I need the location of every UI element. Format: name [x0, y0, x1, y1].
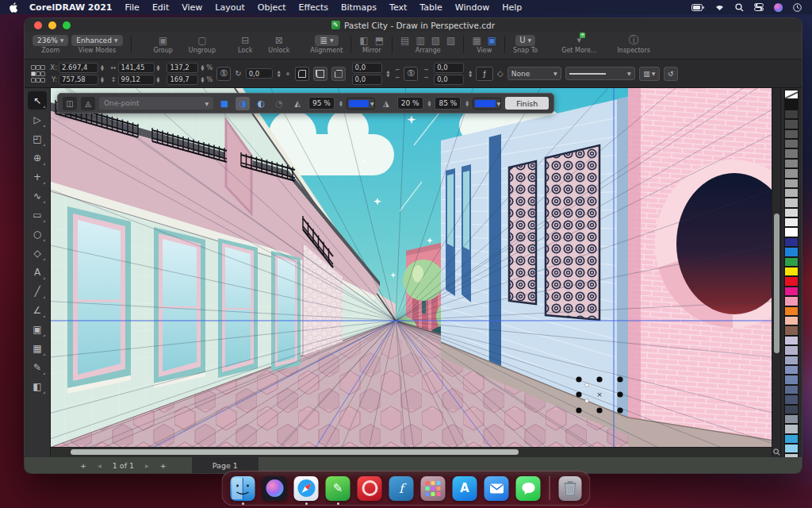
- eyedropper-tool[interactable]: ✎: [28, 358, 47, 376]
- plane-top-toggle[interactable]: ■: [217, 97, 232, 110]
- corner-radius-bottom2-field[interactable]: 0,0: [434, 75, 464, 85]
- menu-layout[interactable]: Layout: [215, 2, 244, 13]
- outline-width-dropdown[interactable]: None▼: [508, 67, 561, 80]
- corner-chamfer-button[interactable]: [331, 67, 346, 81]
- color-swatch-21[interactable]: [784, 296, 799, 306]
- width-field[interactable]: 141,45: [118, 63, 155, 73]
- plane-color-swatch[interactable]: ▼: [473, 98, 501, 110]
- freehand-pick-tool[interactable]: +: [28, 167, 47, 186]
- color-swatch-34[interactable]: [784, 424, 799, 433]
- color-swatch-3[interactable]: [784, 119, 799, 129]
- shadow-tool[interactable]: ▣: [28, 320, 47, 338]
- outline-style-dropdown[interactable]: ▼: [565, 67, 635, 80]
- color-swatch-18[interactable]: [784, 267, 799, 276]
- menu-text[interactable]: Text: [389, 2, 407, 13]
- hscroll-thumb[interactable]: [71, 449, 519, 455]
- title-bar[interactable]: ✎ Pastel City - Draw in Perspective.cdr: [25, 18, 802, 32]
- convert-to-curves-button[interactable]: ↺: [664, 67, 678, 81]
- color-swatch-15[interactable]: [784, 237, 799, 247]
- corner-round-button[interactable]: [295, 67, 309, 81]
- color-swatch-10[interactable]: [784, 188, 799, 198]
- color-swatch-7[interactable]: [784, 159, 799, 168]
- color-swatch-9[interactable]: [784, 179, 799, 188]
- dock-app-store-icon[interactable]: A: [453, 476, 477, 501]
- back-one-icon[interactable]: ▨: [446, 36, 455, 45]
- color-swatch-5[interactable]: [784, 139, 799, 148]
- lock-ratio-button[interactable]: ⓢ: [216, 67, 231, 81]
- color-swatch-11[interactable]: [784, 198, 799, 207]
- field-85[interactable]: 85 %: [435, 97, 461, 110]
- menu-effects[interactable]: Effects: [299, 2, 328, 13]
- view-mode-dropdown[interactable]: Enhanced▼: [71, 35, 122, 46]
- no-color-swatch[interactable]: [784, 90, 799, 99]
- plane-right-toggle[interactable]: ◐: [254, 97, 268, 110]
- menu-help[interactable]: Help: [502, 2, 522, 13]
- dock-safari-icon[interactable]: [294, 476, 319, 501]
- color-swatch-39[interactable]: [784, 473, 799, 474]
- color-swatch-30[interactable]: [784, 385, 799, 394]
- color-swatch-25[interactable]: [784, 336, 799, 345]
- color-swatch-29[interactable]: [784, 375, 799, 384]
- color-swatch-6[interactable]: [784, 148, 799, 158]
- color-swatch-22[interactable]: [784, 306, 799, 316]
- link-corners-icon2[interactable]: ⌐: [395, 75, 400, 81]
- corner-scalloped-button[interactable]: [313, 67, 327, 81]
- menu-view[interactable]: View: [182, 2, 202, 13]
- menu-table[interactable]: Table: [419, 2, 442, 13]
- dock-photo-paint-icon[interactable]: [358, 476, 382, 501]
- y-stepper[interactable]: ▲▼: [101, 76, 104, 83]
- horizontal-scrollbar[interactable]: [51, 447, 772, 457]
- apple-menu[interactable]: [10, 2, 18, 13]
- corner-radius-top2-field[interactable]: 0,0: [434, 63, 464, 73]
- dock-coreldraw-icon[interactable]: ✎: [326, 476, 350, 501]
- shape-tool[interactable]: ▷: [28, 110, 47, 129]
- add-page-button-2[interactable]: +: [160, 461, 167, 470]
- color-swatch-28[interactable]: [784, 365, 799, 375]
- prev-page-button[interactable]: ◂: [98, 461, 102, 470]
- dock-launchpad-icon[interactable]: [421, 476, 446, 501]
- ungroup-icon[interactable]: ▢: [197, 36, 206, 45]
- dock-mail-icon[interactable]: [485, 476, 509, 501]
- ellipse-tool[interactable]: ○: [28, 225, 47, 243]
- color-swatch-31[interactable]: [784, 394, 799, 404]
- relative-corner-icon[interactable]: ¬: [423, 67, 428, 73]
- color-swatch-4[interactable]: [784, 129, 799, 139]
- unlock-icon[interactable]: ⊠: [275, 36, 283, 45]
- polygon-tool[interactable]: ◇: [28, 244, 47, 262]
- dock-siri-icon[interactable]: [262, 476, 287, 501]
- opacity-field[interactable]: 95 %: [308, 97, 335, 110]
- fill-tool[interactable]: ◧: [28, 377, 47, 395]
- fillet-button[interactable]: ƒ: [476, 67, 493, 81]
- search-icon[interactable]: [735, 3, 744, 12]
- corner-radius-top-field[interactable]: 0,0: [352, 63, 382, 73]
- mirror-horizontal-icon[interactable]: ◧: [359, 36, 368, 45]
- add-page-button[interactable]: +: [80, 461, 86, 470]
- color-swatch-14[interactable]: [784, 227, 799, 237]
- color-swatch-19[interactable]: [784, 276, 799, 286]
- curve-tool[interactable]: ∿: [28, 187, 47, 205]
- control-center-icon[interactable]: [754, 3, 764, 11]
- color-swatch-1[interactable]: [784, 99, 799, 109]
- menu-window[interactable]: Window: [455, 2, 489, 13]
- color-swatch-32[interactable]: [784, 405, 799, 414]
- relative-corner-icon2[interactable]: ¬: [423, 75, 428, 81]
- dimension-tool[interactable]: ∠: [28, 301, 47, 319]
- battery-icon[interactable]: [691, 4, 704, 11]
- drawing-canvas[interactable]: × ◫ ◬ One-point▼ ■ ◑ ◐ ◔ ◭: [51, 88, 772, 447]
- wrap-text-dropdown[interactable]: ▥▼: [639, 67, 660, 81]
- rectangle-tool[interactable]: ▭: [28, 206, 47, 224]
- color-swatch-2[interactable]: [784, 110, 799, 119]
- lock-icon[interactable]: ⊟: [241, 36, 249, 45]
- color-swatch-33[interactable]: [784, 414, 799, 424]
- mirror-vertical-icon[interactable]: ⬒: [375, 36, 384, 45]
- snap-to-dropdown[interactable]: U▼: [515, 35, 535, 46]
- color-swatch-23[interactable]: [784, 316, 799, 325]
- page-border-icon[interactable]: ▣: [488, 36, 496, 45]
- lock-corners-button[interactable]: ⓢ: [404, 67, 418, 81]
- grid-lock-icon[interactable]: ◫: [63, 97, 77, 110]
- crop-tool[interactable]: ◰: [28, 129, 47, 148]
- color-swatch-8[interactable]: [784, 168, 799, 178]
- corner-radius-bottom-field[interactable]: 0,0: [352, 75, 382, 85]
- menu-object[interactable]: Object: [258, 2, 286, 13]
- camera-position-icon[interactable]: ◬: [81, 97, 95, 110]
